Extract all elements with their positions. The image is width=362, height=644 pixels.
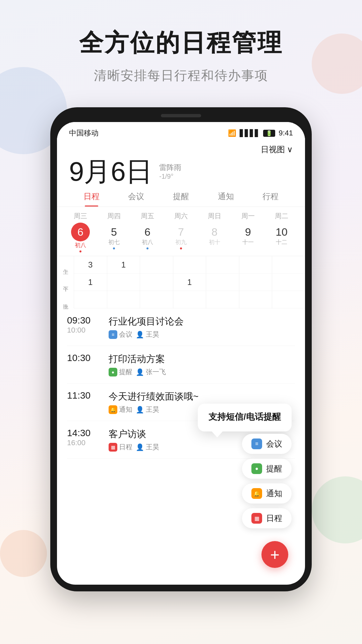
- grid-col-4: . . .: [206, 256, 239, 308]
- event-badge-4: ▦ 日程: [109, 443, 132, 452]
- qa-notification-label: 通知: [266, 488, 282, 499]
- time-label-morning: 上午: [57, 256, 74, 274]
- notification-icon: 🔔: [109, 405, 117, 414]
- person-icon: 👤: [136, 331, 144, 339]
- hero-title: 全方位的日程管理: [0, 27, 362, 59]
- event-title-3: 今天进行绩效面谈哦~: [109, 390, 295, 403]
- event-badge-2: ● 提醒: [109, 367, 132, 376]
- phone-speaker: [161, 114, 201, 117]
- time-labels: 上午 下午 晚上: [57, 256, 74, 308]
- event-start-2: 10:30: [67, 353, 101, 363]
- tab-notification[interactable]: 通知: [203, 191, 248, 207]
- phone-outer: 中国移动 📶 ▋▋▋▋ 🔋 9:41 日视图 ∨ 9月6日 雷: [50, 107, 312, 591]
- grid-col-2: . . .: [140, 256, 173, 308]
- wifi-icon: 📶: [228, 129, 236, 137]
- grid-col-1: 1 . .: [107, 256, 140, 308]
- grid-col-3: . 1 .: [173, 256, 206, 308]
- weather-temp: -1/9°: [159, 173, 181, 180]
- event-time-col-4: 14:30 16:00: [67, 428, 101, 447]
- event-meta-2: ● 提醒 👤 张一飞: [109, 367, 295, 376]
- event-item-2[interactable]: 10:30 打印活动方案 ● 提醒 👤 张一飞: [67, 346, 295, 384]
- date-col-today[interactable]: 6 初八: [64, 223, 97, 252]
- event-badge-3: 🔔 通知: [109, 405, 132, 414]
- week-col-thu: 周四: [97, 212, 131, 221]
- grid-body: 3 1 . 1 . . . . . .: [74, 256, 305, 308]
- tab-itinerary[interactable]: 行程: [248, 191, 293, 207]
- event-time-col-3: 11:30: [67, 390, 101, 401]
- event-badge-1: ≡ 会议: [109, 330, 132, 339]
- reminder-icon: ●: [109, 368, 117, 376]
- qa-schedule-icon: ▦: [251, 513, 262, 524]
- quick-action-schedule[interactable]: ▦ 日程: [242, 508, 292, 528]
- qa-notification-icon: 🔔: [251, 488, 262, 499]
- plus-icon: +: [270, 545, 280, 564]
- person-icon-2: 👤: [136, 368, 144, 376]
- hero-section: 全方位的日程管理 清晰安排每日行程和待办事项: [0, 0, 362, 84]
- event-details-2: 打印活动方案 ● 提醒 👤 张一飞: [109, 353, 295, 376]
- date-col-6[interactable]: 6 初八: [131, 226, 164, 249]
- event-time-col-2: 10:30: [67, 353, 101, 363]
- week-header: 周三 周四 周五 周六 周日 周一 周二: [57, 207, 305, 221]
- add-fab-button[interactable]: +: [261, 541, 288, 568]
- battery-icon: 🔋: [263, 130, 275, 137]
- qa-reminder-icon: ●: [251, 463, 262, 474]
- week-col-sat: 周六: [164, 212, 198, 221]
- person-icon-4: 👤: [136, 443, 144, 451]
- date-col-7[interactable]: 7 初九: [164, 226, 198, 249]
- chevron-down-icon: ∨: [287, 145, 293, 154]
- view-switcher[interactable]: 日视图 ∨: [261, 144, 293, 155]
- week-col-sun: 周日: [198, 212, 231, 221]
- event-end-1: 10:00: [67, 326, 101, 335]
- quick-action-reminder[interactable]: ● 提醒: [242, 459, 292, 479]
- bg-circle-green: [312, 476, 362, 543]
- user-info-1: 👤 王昊: [136, 330, 159, 339]
- tooltip-arrow: [211, 431, 223, 437]
- event-details-1: 行业化项目讨论会 ≡ 会议 👤 王昊: [109, 315, 295, 339]
- date-col-5[interactable]: 5 初七: [97, 226, 131, 249]
- date-col-8[interactable]: 8 初十: [198, 226, 231, 249]
- meeting-icon: ≡: [109, 330, 117, 339]
- date-col-10[interactable]: 10 十二: [265, 226, 298, 249]
- event-end-4: 16:00: [67, 438, 101, 447]
- status-right: 📶 ▋▋▋▋ 🔋 9:41: [228, 129, 293, 137]
- weather-info: 雷阵雨 -1/9°: [159, 163, 181, 185]
- event-time-col-1: 09:30 10:00: [67, 315, 101, 335]
- qa-schedule-label: 日程: [266, 513, 282, 524]
- tab-schedule[interactable]: 日程: [69, 191, 114, 207]
- phone-screen: 中国移动 📶 ▋▋▋▋ 🔋 9:41 日视图 ∨ 9月6日 雷: [57, 122, 305, 585]
- user-info-4: 👤 王昊: [136, 443, 159, 452]
- qa-meeting-label: 会议: [266, 438, 282, 449]
- event-start-3: 11:30: [67, 390, 101, 401]
- qa-meeting-icon: ≡: [251, 438, 262, 449]
- event-item-1[interactable]: 09:30 10:00 行业化项目讨论会 ≡ 会议 👤 王昊: [67, 308, 295, 346]
- dates-row: 6 初八 5 初七 6 初八 7 初九: [57, 221, 305, 252]
- phone-mockup: 中国移动 📶 ▋▋▋▋ 🔋 9:41 日视图 ∨ 9月6日 雷: [50, 107, 312, 591]
- week-col-wed: 周三: [64, 212, 97, 221]
- time: 9:41: [279, 129, 293, 137]
- quick-action-notification[interactable]: 🔔 通知: [242, 483, 292, 504]
- grid-col-0: 3 1 .: [74, 256, 107, 308]
- tab-meeting[interactable]: 会议: [114, 191, 159, 207]
- tooltip-text: 支持短信/电话提醒: [208, 411, 282, 423]
- app-header: 日视图 ∨: [57, 141, 305, 155]
- quick-actions: ≡ 会议 ● 提醒 🔔 通知 ▦ 日程: [242, 434, 292, 528]
- quick-action-meeting[interactable]: ≡ 会议: [242, 434, 292, 454]
- bg-circle-orange: [0, 530, 47, 577]
- tab-reminder[interactable]: 提醒: [159, 191, 203, 207]
- event-start-4: 14:30: [67, 428, 101, 438]
- status-bar: 中国移动 📶 ▋▋▋▋ 🔋 9:41: [57, 122, 305, 141]
- schedule-icon: ▦: [109, 443, 117, 452]
- tabs: 日程 会议 提醒 通知 行程: [57, 185, 305, 207]
- tooltip-popup: 支持短信/电话提醒: [198, 404, 292, 431]
- week-col-tue: 周二: [265, 212, 298, 221]
- event-meta-1: ≡ 会议 👤 王昊: [109, 330, 295, 339]
- week-col-mon: 周一: [231, 212, 265, 221]
- event-start-1: 09:30: [67, 315, 101, 326]
- qa-reminder-label: 提醒: [266, 463, 282, 474]
- carrier: 中国移动: [69, 128, 99, 138]
- person-icon-3: 👤: [136, 406, 144, 414]
- grid-col-6: . . .: [272, 256, 305, 308]
- date-display: 9月6日: [69, 158, 153, 185]
- time-label-afternoon: 下午: [57, 274, 74, 291]
- date-col-9[interactable]: 9 十一: [231, 226, 265, 249]
